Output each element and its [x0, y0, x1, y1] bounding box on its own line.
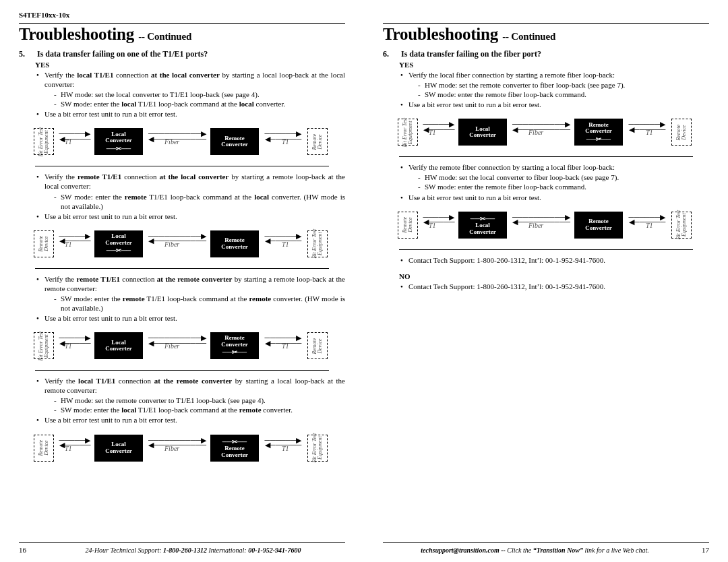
rule	[35, 370, 329, 371]
question-6: 6. Is data transfer failing on the fiber…	[383, 49, 709, 59]
question-5: 5. Is data transfer failing on one of th…	[19, 49, 345, 59]
remote-converter-box: RemoteConverter	[210, 128, 259, 155]
arrow-icon: ──────────▶◀──────────	[147, 336, 208, 346]
end-box-right: RemoteDevice	[671, 119, 692, 146]
bullet: Use a bit error test unit to run a bit e…	[399, 193, 709, 202]
scissor-icon: ──✂──	[586, 136, 611, 144]
bullet-group: Verify the local fiber connection by sta…	[399, 70, 709, 110]
bullet: Verify the remote T1/E1 connection at th…	[35, 172, 345, 210]
arrow-icon: ─────▶◀─────	[58, 234, 92, 244]
bullet: Verify the local fiber connection by sta…	[399, 70, 709, 99]
yes-label: YES	[399, 61, 709, 69]
rule-top	[19, 23, 345, 24]
arrow-icon: ──────────▶◀──────────	[147, 131, 208, 142]
bullet: Verify the remote T1/E1 connection at th…	[35, 274, 345, 313]
sub-item: HW mode: set the remote converter to fib…	[418, 80, 709, 90]
page-number: 16	[19, 546, 26, 554]
bullet-group: Contact Tech Support: 1-800-260-1312, In…	[399, 282, 709, 292]
end-box-right: Bit Error TestEquipment	[307, 230, 328, 257]
bullet: Use a bit error test unit to run a bit e…	[35, 212, 345, 221]
loopback-diagram: Bit Error TestEquipment T1 ─────▶◀───── …	[34, 327, 330, 365]
loopback-diagram: Bit Error TestEquipment T1 ─────▶◀───── …	[34, 123, 330, 161]
remote-converter-box: ──✂──RemoteConverter	[210, 435, 259, 462]
arrow-icon: ─────▶◀─────	[58, 131, 92, 142]
title-suffix: -- Continued	[138, 31, 191, 42]
bullet-group: Contact Tech Support: 1-800-260-1312, In…	[399, 255, 709, 266]
arrow-icon: ──────▶◀──────	[263, 438, 303, 448]
arrow-icon: ──────▶◀──────	[263, 234, 303, 244]
bullet: Verify the local T1/E1 connection at the…	[35, 70, 345, 108]
page-number: 17	[702, 546, 709, 554]
sub-item: SW mode: enter the remote T1/E1 loop-bac…	[54, 294, 345, 313]
bullet: Use a bit error test unit to run a bit e…	[35, 109, 345, 119]
sub-item: SW mode: enter the remote T1/E1 loop-bac…	[54, 192, 345, 211]
rule	[35, 166, 329, 166]
local-converter-box: LocalConverter	[94, 435, 143, 462]
section-title: Troubleshooting -- Continued	[383, 25, 709, 44]
no-label: NO	[399, 272, 709, 280]
arrow-icon: ──────▶◀──────	[627, 215, 667, 225]
rule	[399, 156, 693, 157]
end-box-right: Bit Error TestEquipment	[307, 435, 328, 462]
title-text: Troubleshooting	[19, 25, 134, 43]
remote-converter-box: RemoteConverter──✂──	[574, 119, 623, 146]
running-head: S4TEF10xx-10x	[19, 11, 345, 19]
sub-list: HW mode: set the local converter to fibe…	[418, 173, 709, 191]
footer-text: techsupport@transition.com -- Click the …	[383, 547, 687, 554]
arrow-icon: ─────▶◀─────	[422, 122, 456, 132]
sub-item: SW mode: enter the remote fiber loop-bac…	[418, 90, 709, 99]
remote-converter-box: RemoteConverter	[210, 230, 259, 257]
arrow-icon: ──────────▶◀──────────	[511, 215, 572, 225]
local-converter-box: ──✂──LocalConverter	[458, 212, 507, 239]
page-left: S4TEF10xx-10x Troubleshooting -- Continu…	[0, 0, 364, 562]
end-box-left: RemoteDevice	[34, 435, 54, 462]
loopback-diagram: RemoteDevice T1 ─────▶◀───── LocalConver…	[34, 430, 330, 468]
q-text: Is data transfer failing on one of the T…	[37, 49, 208, 59]
sub-item: SW mode: enter the remote fiber loop-bac…	[418, 182, 709, 191]
footer-right: techsupport@transition.com -- Click the …	[383, 542, 709, 554]
page-right: Troubleshooting -- Continued 6. Is data …	[364, 0, 728, 562]
sub-list: HW mode: set the local converter to T1/E…	[54, 90, 345, 108]
end-box-left: RemoteDevice	[34, 230, 54, 257]
loopback-diagram: RemoteDevice T1 ─────▶◀───── ──✂──LocalC…	[398, 207, 694, 245]
end-box-left: RemoteDevice	[398, 212, 418, 239]
footer-text: 24-Hour Technical Support: 1-800-260-131…	[41, 547, 345, 554]
sub-list: SW mode: enter the remote T1/E1 loop-bac…	[54, 192, 345, 211]
arrow-icon: ─────▶◀─────	[58, 438, 92, 448]
bullet: Use a bit error test unit to run a bit e…	[399, 100, 709, 109]
end-box-left: Bit Error TestEquipment	[34, 128, 54, 155]
scissor-icon: ──✂──	[107, 247, 131, 255]
sub-list: SW mode: enter the remote T1/E1 loop-bac…	[54, 294, 345, 313]
q-num: 5.	[19, 49, 35, 59]
arrow-icon: ──────▶◀──────	[263, 131, 303, 142]
arrow-icon: ──────────▶◀──────────	[511, 122, 572, 132]
rule-top	[383, 23, 709, 24]
local-converter-box: LocalConverter	[458, 119, 507, 146]
arrow-icon: ──────────▶◀──────────	[147, 438, 208, 448]
bullet-group: Verify the remote T1/E1 connection at th…	[35, 172, 345, 221]
sub-item: SW mode: enter the local T1/E1 loop-back…	[54, 405, 345, 414]
sub-item: HW mode: set the remote converter to T1/…	[54, 396, 345, 405]
local-converter-box: LocalConverter──✂──	[94, 128, 143, 155]
arrow-icon: ──────▶◀──────	[263, 336, 303, 346]
rule	[399, 249, 693, 250]
sub-item: SW mode: enter the local T1/E1 loop-back…	[54, 99, 345, 108]
end-box-right: RemoteDevice	[307, 128, 328, 155]
bullet: Use a bit error test unit to run a bit e…	[35, 313, 345, 323]
sub-item: HW mode: set the local converter to T1/E…	[54, 90, 345, 99]
remote-converter-box: RemoteConverter	[574, 212, 623, 239]
arrow-icon: ──────────▶◀──────────	[147, 234, 208, 244]
arrow-icon: ─────▶◀─────	[58, 336, 92, 346]
bullet: Use a bit error test unit to run a bit e…	[35, 415, 345, 425]
loopback-diagram: RemoteDevice T1 ─────▶◀───── LocalConver…	[34, 226, 330, 263]
bullet-group: Verify the local T1/E1 connection at the…	[35, 70, 345, 119]
end-box-left: Bit Error TestEquipment	[34, 332, 54, 359]
arrow-icon: ──────▶◀──────	[627, 122, 667, 132]
scissor-icon: ──✂──	[107, 146, 131, 153]
local-converter-box: LocalConverter──✂──	[94, 230, 143, 257]
scissor-icon: ──✂──	[222, 349, 247, 356]
title-text: Troubleshooting	[383, 25, 498, 43]
bullet-group: Verify the remote fiber connection by st…	[399, 162, 709, 202]
end-box-right: Bit Error TestEquipment	[671, 212, 692, 239]
bullet: Contact Tech Support: 1-800-260-1312, In…	[399, 255, 709, 265]
